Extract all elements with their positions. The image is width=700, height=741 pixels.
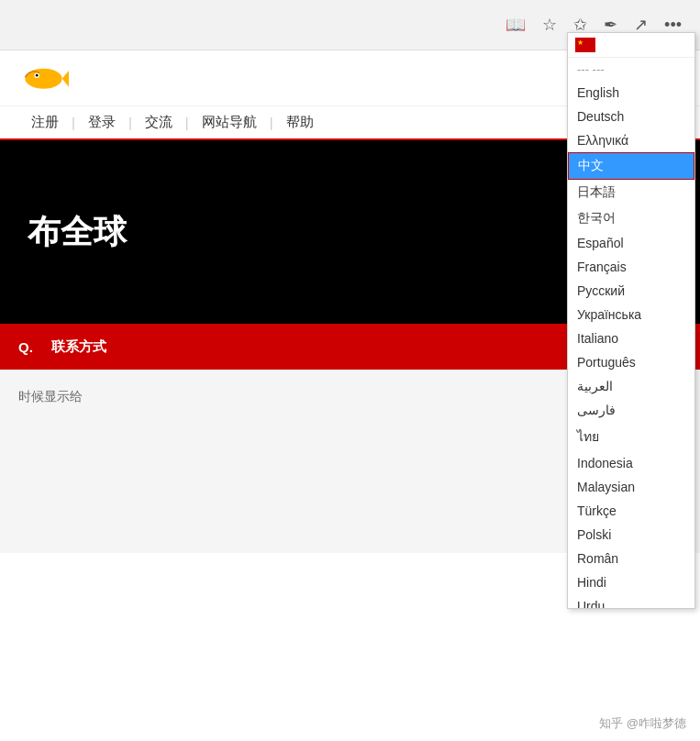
lang-option-0[interactable]: --- ---: [568, 58, 694, 81]
lang-option-18[interactable]: Türkçe: [568, 499, 694, 523]
watermark-text: 知乎 @咋啦梦德: [599, 716, 686, 730]
lang-option-21[interactable]: Hindi: [568, 570, 694, 594]
lang-option-3[interactable]: Ελληνικά: [568, 128, 694, 152]
lang-option-17[interactable]: Malaysian: [568, 475, 694, 499]
lang-option-4[interactable]: 中文: [568, 152, 694, 180]
lang-option-2[interactable]: Deutsch: [568, 105, 694, 128]
lang-option-9[interactable]: Русский: [568, 279, 694, 303]
lang-option-22[interactable]: Urdu: [568, 594, 694, 608]
site-logo: [18, 60, 73, 96]
hero-text: 布全球: [28, 210, 127, 255]
lang-option-7[interactable]: Español: [568, 231, 694, 255]
nav-exchange[interactable]: 交流: [132, 114, 185, 131]
star-icon[interactable]: ☆: [542, 15, 557, 35]
lang-option-11[interactable]: Italiano: [568, 326, 694, 350]
dropdown-header: [568, 33, 694, 58]
lang-option-6[interactable]: 한국어: [568, 205, 694, 231]
book-icon[interactable]: 📖: [506, 15, 526, 35]
lang-option-16[interactable]: Indonesia: [568, 451, 694, 475]
svg-point-3: [36, 74, 39, 77]
dropdown-scroll-container: --- ---EnglishDeutschΕλληνικά中文日本語한국어Esp…: [568, 58, 694, 608]
lang-option-8[interactable]: Français: [568, 255, 694, 279]
red-bar-item-contact[interactable]: 联系方式: [51, 338, 106, 356]
lang-option-13[interactable]: العربية: [568, 374, 694, 398]
lang-option-10[interactable]: Українська: [568, 303, 694, 326]
cn-flag-icon: [575, 38, 595, 52]
nav-register[interactable]: 注册: [18, 114, 72, 131]
dropdown-list[interactable]: --- ---EnglishDeutschΕλληνικά中文日本語한국어Esp…: [568, 58, 694, 608]
svg-marker-1: [62, 69, 69, 89]
lang-option-15[interactable]: ไทย: [568, 422, 694, 451]
nav-help[interactable]: 帮助: [273, 114, 327, 131]
lang-option-19[interactable]: Polski: [568, 523, 694, 547]
lang-option-14[interactable]: فارسی: [568, 398, 694, 422]
logo-svg: [18, 60, 69, 94]
red-bar-item-q[interactable]: Q.: [18, 339, 33, 355]
bottom-text: 时候显示给: [18, 389, 83, 404]
lang-option-20[interactable]: Român: [568, 547, 694, 570]
page-container: 📖 ☆ ✩ ✒ ↗ ••• 注册 | 登录: [0, 0, 700, 741]
lang-option-5[interactable]: 日本語: [568, 180, 694, 205]
nav-sitemap[interactable]: 网站导航: [189, 114, 270, 131]
nav-login[interactable]: 登录: [75, 114, 128, 131]
watermark: 知乎 @咋啦梦德: [599, 715, 686, 732]
language-dropdown: --- ---EnglishDeutschΕλληνικά中文日本語한국어Esp…: [567, 32, 695, 609]
lang-option-1[interactable]: English: [568, 81, 694, 105]
lang-option-12[interactable]: Português: [568, 350, 694, 374]
